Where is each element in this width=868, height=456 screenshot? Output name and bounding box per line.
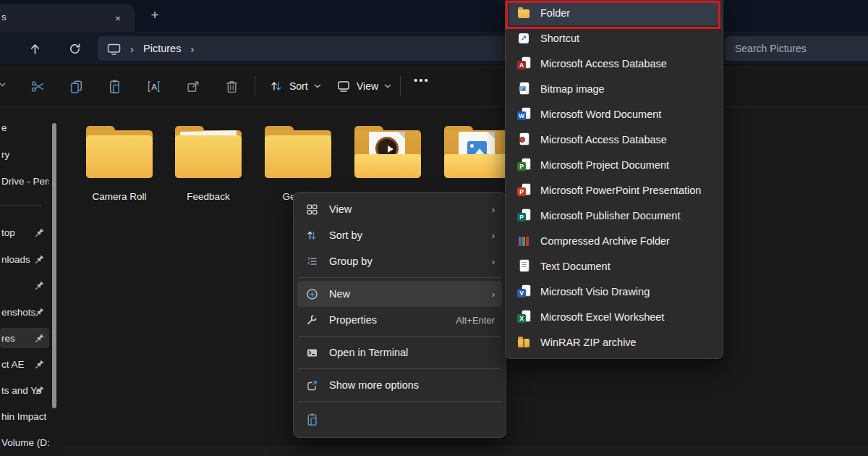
menu-item-show-more-options[interactable]: Show more options bbox=[297, 372, 502, 398]
sort-label: Sort bbox=[289, 80, 308, 92]
access-doc-icon bbox=[517, 133, 530, 145]
new-submenu: Folder Shortcut Microsoft Access Databas… bbox=[505, 0, 723, 359]
sidebar-divider bbox=[0, 205, 41, 206]
cut-button[interactable] bbox=[29, 77, 46, 95]
paste-icon bbox=[107, 79, 122, 94]
submenu-item-folder[interactable]: Folder bbox=[509, 0, 719, 25]
shortcut-hint: Alt+Enter bbox=[456, 315, 495, 326]
view-icon bbox=[336, 79, 351, 93]
folder-tile[interactable] bbox=[348, 126, 427, 191]
trash-icon bbox=[224, 79, 239, 94]
breadcrumb-separator[interactable]: › bbox=[190, 43, 194, 55]
new-tab-button[interactable]: + bbox=[146, 6, 163, 25]
group-by-icon bbox=[306, 256, 318, 267]
file-explorer-window: s × + › Pictures › Search Pic bbox=[0, 0, 868, 456]
submenu-item-publisher-document[interactable]: Microsoft Publisher Document bbox=[509, 203, 719, 228]
pin-icon bbox=[35, 359, 45, 369]
sidebar-scrollbar[interactable] bbox=[52, 123, 56, 408]
paste-button[interactable] bbox=[106, 77, 123, 95]
sidebar-item-pictures[interactable]: res bbox=[0, 328, 49, 348]
sidebar-item[interactable]: ts and Yo bbox=[0, 380, 49, 400]
tab-bar: s × + bbox=[0, 0, 868, 32]
access-icon bbox=[517, 57, 530, 69]
refresh-icon bbox=[69, 43, 81, 55]
submenu-item-compressed-archive[interactable]: Compressed Archive Folder bbox=[509, 228, 719, 253]
more-options-button[interactable]: ••• bbox=[414, 74, 430, 86]
terminal-icon bbox=[306, 347, 318, 359]
sort-icon bbox=[306, 229, 318, 241]
rename-button[interactable]: A bbox=[145, 77, 163, 95]
window-bottom-edge bbox=[64, 444, 868, 456]
view-dropdown[interactable]: View bbox=[336, 75, 391, 97]
publisher-icon bbox=[517, 209, 530, 221]
submenu-item-text-document[interactable]: Text Document bbox=[509, 253, 719, 279]
share-icon bbox=[186, 79, 201, 94]
pin-icon bbox=[35, 254, 45, 264]
folder-tile-feedback[interactable]: Feedback bbox=[169, 126, 248, 202]
submenu-item-bitmap-image[interactable]: Bitmap image bbox=[509, 76, 719, 101]
submenu-arrow-icon: › bbox=[492, 230, 495, 241]
pin-icon bbox=[35, 333, 45, 343]
delete-button[interactable] bbox=[223, 77, 240, 95]
sidebar-item-screenshots[interactable]: enshots bbox=[0, 302, 49, 322]
show-more-icon bbox=[306, 379, 318, 392]
menu-item-open-in-terminal[interactable]: Open in Terminal bbox=[297, 339, 502, 366]
submenu-item-project-document[interactable]: Microsoft Project Document bbox=[509, 152, 719, 177]
folder-icon bbox=[175, 126, 242, 178]
chevron-down-icon bbox=[0, 83, 6, 87]
breadcrumb-location[interactable]: Pictures bbox=[143, 43, 181, 54]
sidebar-item-genshin-impact[interactable]: hin Impact bbox=[0, 406, 49, 426]
copy-icon bbox=[69, 79, 84, 94]
close-tab-icon[interactable]: × bbox=[110, 10, 126, 26]
menu-item-properties[interactable]: Properties Alt+Enter bbox=[297, 307, 502, 333]
folder-open-icon bbox=[354, 126, 421, 178]
shortcut-icon bbox=[519, 33, 529, 43]
submenu-item-shortcut[interactable]: Shortcut bbox=[509, 25, 719, 51]
search-input[interactable]: Search Pictures bbox=[725, 36, 868, 61]
chevron-down-icon bbox=[314, 84, 321, 88]
refresh-button[interactable] bbox=[64, 38, 85, 59]
word-icon bbox=[517, 108, 530, 120]
visio-icon bbox=[517, 285, 530, 297]
sort-dropdown[interactable]: Sort bbox=[269, 75, 321, 97]
submenu-item-access-database-2[interactable]: Microsoft Access Database bbox=[509, 127, 719, 152]
sidebar-item[interactable]: e bbox=[0, 117, 49, 138]
pin-icon bbox=[35, 307, 45, 317]
menu-item-view[interactable]: View › bbox=[297, 196, 502, 222]
zip-folder-icon bbox=[518, 339, 529, 347]
sidebar-item[interactable]: ct AE bbox=[0, 354, 49, 374]
breadcrumb-separator: › bbox=[130, 43, 134, 55]
navigation-bar: › Pictures › Search Pictures bbox=[0, 32, 868, 65]
powerpoint-icon bbox=[517, 184, 530, 196]
submenu-item-access-database[interactable]: Microsoft Access Database bbox=[509, 51, 719, 76]
menu-item-group-by[interactable]: Group by › bbox=[297, 248, 502, 274]
submenu-item-winrar-zip[interactable]: WinRAR ZIP archive bbox=[509, 329, 719, 355]
sidebar-item[interactable]: ry bbox=[0, 144, 49, 164]
sidebar-item-onedrive[interactable]: Drive - Perso bbox=[0, 171, 49, 191]
paste-icon bbox=[305, 413, 319, 426]
submenu-item-word-document[interactable]: Microsoft Word Document bbox=[509, 101, 719, 127]
toolbar-divider bbox=[400, 76, 401, 96]
up-button[interactable] bbox=[25, 38, 45, 59]
sidebar-item-volume-d[interactable]: Volume (D: bbox=[0, 432, 49, 452]
menu-item-sort-by[interactable]: Sort by › bbox=[297, 222, 502, 248]
menu-item-paste[interactable] bbox=[297, 405, 502, 434]
folder-tile-camera-roll[interactable]: Camera Roll bbox=[80, 126, 159, 202]
sidebar-item[interactable] bbox=[0, 275, 49, 295]
command-toolbar: A Sort bbox=[0, 65, 868, 107]
new-plus-icon bbox=[306, 288, 318, 300]
copy-button[interactable] bbox=[67, 77, 85, 95]
menu-separator bbox=[298, 401, 501, 402]
sidebar-item-downloads[interactable]: nloads bbox=[0, 249, 49, 269]
chevron-down-icon bbox=[384, 84, 391, 88]
view-grid-icon bbox=[306, 203, 318, 216]
menu-item-new[interactable]: New › bbox=[297, 281, 502, 307]
sidebar-item-desktop[interactable]: top bbox=[0, 222, 49, 242]
share-button[interactable] bbox=[184, 77, 202, 95]
folder-tile-genshin[interactable]: Genshi bbox=[258, 126, 338, 202]
sidebar: e ry Drive - Perso top nloads enshots re… bbox=[0, 107, 64, 456]
submenu-item-visio-drawing[interactable]: Microsoft Visio Drawing bbox=[509, 279, 719, 304]
submenu-item-powerpoint-presentation[interactable]: Microsoft PowerPoint Presentation bbox=[509, 177, 719, 203]
submenu-item-excel-worksheet[interactable]: Microsoft Excel Worksheet bbox=[509, 304, 719, 329]
explorer-tab[interactable]: s × bbox=[0, 4, 135, 32]
